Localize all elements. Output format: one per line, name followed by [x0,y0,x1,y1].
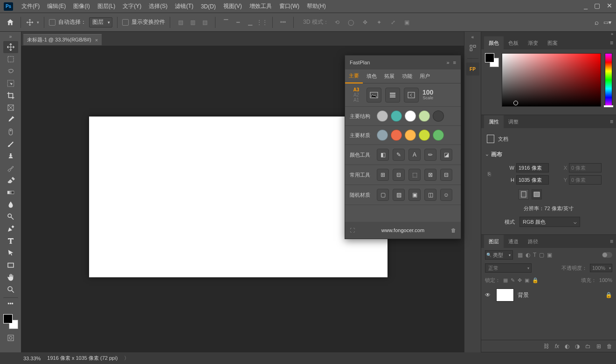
align-left-button[interactable]: ▤ [175,17,186,28]
group-icon[interactable]: 🗀 [585,343,591,350]
menu-help[interactable]: 帮助(H) [303,2,330,10]
filter-toggle[interactable] [602,252,612,258]
fastplan-titlebar[interactable]: FastPlan » ≡ [345,55,461,69]
fastplan-tab-user[interactable]: 用户 [416,69,434,83]
window-close-icon[interactable]: ✕ [607,2,612,9]
path-select-tool[interactable] [3,247,18,259]
tab-color[interactable]: 颜色 [484,36,504,49]
screen-mode-icon[interactable]: ▭▾ [603,19,611,26]
expand-icon[interactable]: ⛶ [350,227,355,233]
menu-3d[interactable]: 3D(D) [197,3,220,10]
fastplan-panel-icon[interactable]: FP [466,62,479,76]
tab-swatches[interactable]: 色板 [504,36,523,49]
3d-scale-icon[interactable]: ⤢ [388,17,399,28]
fastplan-tab-fill[interactable]: 填色 [363,69,381,83]
material-color-swatch[interactable] [377,130,388,141]
align-vcenter-button[interactable]: ━ [232,17,243,28]
panel-menu-icon[interactable]: ≡ [453,60,456,65]
menu-layer[interactable]: 图层(L) [94,2,119,10]
width-input[interactable] [516,163,549,172]
color-preview-swatches[interactable] [485,53,498,111]
brush-tool[interactable] [3,138,18,150]
material-color-swatch[interactable] [419,130,430,141]
gradient-tool[interactable] [3,186,18,199]
healing-brush-tool[interactable] [3,126,18,138]
align-right-button[interactable]: ▤ [199,17,210,28]
link-layers-icon[interactable]: ⛓ [544,343,549,350]
panel-collapse-icon[interactable]: » [611,32,613,36]
eraser-icon[interactable]: ◪ [440,149,452,161]
edit-toolbar-button[interactable]: ••• [3,297,18,309]
material-color-swatch[interactable] [433,130,444,141]
x-input[interactable] [569,163,602,172]
panel-menu-icon[interactable]: ≡ [610,118,613,125]
blend-mode-dropdown[interactable]: 正常 [485,263,532,273]
color-mode-dropdown[interactable]: RGB 颜色 [519,217,580,227]
3d-slide-icon[interactable]: ✦ [374,17,385,28]
pen-tool[interactable] [3,223,18,235]
dock-expand-icon[interactable]: « [471,34,474,40]
orientation-landscape-button[interactable] [532,189,542,199]
panel-menu-icon[interactable]: ≡ [610,40,613,46]
3d-orbit-icon[interactable]: ⟲ [332,17,343,28]
type-tool[interactable] [3,235,18,247]
y-input[interactable] [569,175,602,185]
zoom-tool[interactable] [3,283,18,295]
structure-color-swatch[interactable] [391,110,402,122]
menu-type[interactable]: 文字(Y) [119,2,145,10]
window-minimize-icon[interactable]: _ [584,2,588,9]
material-color-swatch[interactable] [391,130,402,141]
structure-color-swatch[interactable] [419,110,430,122]
tab-patterns[interactable]: 图案 [543,36,562,49]
rectangle-tool[interactable] [3,259,18,271]
auto-select-checkbox[interactable] [49,19,55,26]
menu-window[interactable]: 窗口(W) [276,2,303,10]
filter-smart-icon[interactable]: ▣ [547,252,552,258]
menu-filter[interactable]: 滤镜(T) [171,2,197,10]
show-transform-checkbox[interactable] [122,19,129,26]
fastplan-tab-extend[interactable]: 拓展 [381,69,398,83]
tab-properties[interactable]: 属性 [484,115,504,128]
menu-select[interactable]: 选择(S) [145,2,171,10]
toolbar-expand-icon[interactable]: » [9,34,12,39]
quick-mask-button[interactable] [3,332,18,344]
height-input[interactable] [516,175,549,185]
close-icon[interactable]: × [95,37,98,43]
fill-swap-icon[interactable]: ◧ [377,149,389,161]
marquee-icon[interactable]: ⬚ [408,169,421,181]
trash-icon[interactable]: 🗑 [451,227,456,233]
layer-name[interactable]: 背景 [518,291,602,299]
filter-adjust-icon[interactable]: ◐ [526,252,530,258]
3d-camera-icon[interactable]: ▣ [401,17,413,28]
add-icon[interactable]: ⊞ [377,169,389,181]
pencil-icon[interactable]: ✏ [424,149,436,161]
list-icon[interactable] [385,88,400,103]
align-hcenter-button[interactable]: ▥ [187,17,198,28]
menu-edit[interactable]: 编辑(E) [43,2,69,10]
fastplan-tab-main[interactable]: 主要 [345,69,363,83]
fill-input[interactable]: 100% [599,277,612,283]
structure-color-swatch[interactable] [405,110,416,122]
layer-row[interactable]: 👁 背景 🔒 [481,286,616,304]
clone-stamp-tool[interactable] [3,150,18,162]
tab-channels[interactable]: 通道 [504,235,523,248]
fastplan-tab-function[interactable]: 功能 [398,69,416,83]
distribute-button[interactable]: ⋮⋮ [256,17,268,28]
adjustment-layer-icon[interactable]: ◑ [575,343,580,350]
texture2-icon[interactable]: ▨ [393,189,405,201]
eyedropper-icon[interactable]: ✎ [393,149,405,161]
tab-adjustments[interactable]: 调整 [504,115,523,128]
scale-display[interactable]: 100 Scale [422,89,433,101]
lock-all-icon[interactable]: 🔒 [532,277,539,283]
foreground-swatch[interactable] [485,53,494,62]
delete-layer-icon[interactable]: 🗑 [607,343,612,350]
tab-paths[interactable]: 路径 [523,235,543,248]
auto-select-target-dropdown[interactable]: 图层 [89,17,112,27]
paper-size-selector[interactable]: A3 A2 A1 [350,87,363,103]
menu-image[interactable]: 图像(I) [69,2,93,10]
menu-file[interactable]: 文件(F) [18,2,43,10]
subtract-icon[interactable]: ⊟ [393,169,405,181]
material-color-swatch[interactable] [405,130,416,141]
fastplan-url[interactable]: www.fongocer.com [381,227,424,233]
structure-color-swatch[interactable] [377,110,388,122]
